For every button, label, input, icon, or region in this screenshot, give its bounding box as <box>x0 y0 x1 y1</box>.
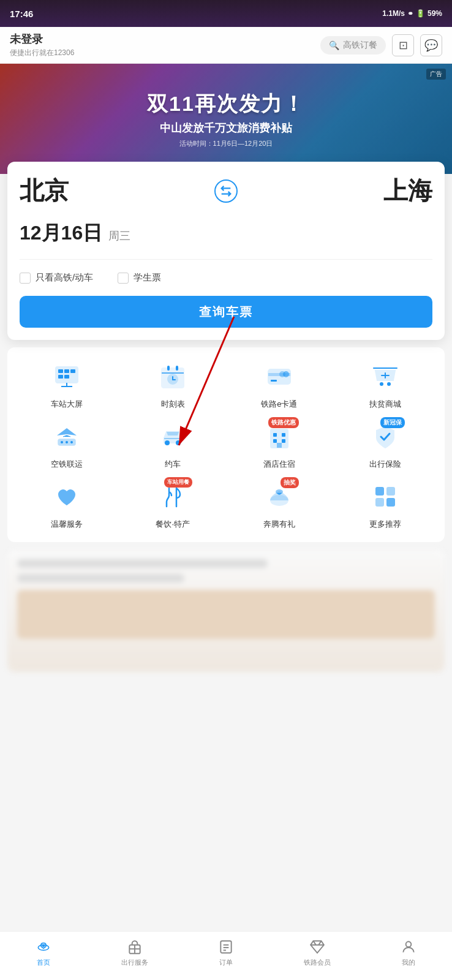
service-station-screen[interactable]: 车站大屏 <box>13 360 120 410</box>
search-bar[interactable]: 🔍 高铁订餐 <box>320 36 386 55</box>
hotel-icon: 铁路优惠 <box>262 420 296 454</box>
services-section: 车站大屏 时刻表 <box>7 347 445 542</box>
poverty-mall-label: 扶贫商城 <box>369 399 401 410</box>
home-icon <box>35 938 52 956</box>
prizes-badge: 抽奖 <box>281 477 299 488</box>
student-checkbox[interactable] <box>118 273 129 284</box>
suitcase-icon <box>126 938 143 956</box>
svg-point-25 <box>70 441 73 443</box>
service-hotel[interactable]: 铁路优惠 酒店住宿 <box>226 420 333 470</box>
car-hire-label: 约车 <box>165 459 181 470</box>
banner-content: 双11再次发力！ 中山发放千万文旅消费补贴 活动时间：11月6日—12月20日 <box>147 90 305 148</box>
svg-point-21 <box>387 382 391 386</box>
prizes-icon: 抽奖 <box>262 480 296 514</box>
svg-point-19 <box>279 371 285 377</box>
header: 未登录 便捷出行就在12306 🔍 高铁订餐 ⊡ 💬 <box>0 27 452 64</box>
scan-icon[interactable]: ⊡ <box>392 34 414 56</box>
svg-rect-7 <box>64 375 69 379</box>
svg-rect-31 <box>282 433 285 437</box>
login-status[interactable]: 未登录 <box>10 32 74 47</box>
insurance-icon: 新冠保 <box>368 420 402 454</box>
orders-icon <box>217 938 235 956</box>
status-time: 17:46 <box>10 9 33 19</box>
nav-profile[interactable]: 我的 <box>400 938 417 967</box>
service-car-hire[interactable]: 约车 <box>120 420 227 470</box>
air-rail-label: 空铁联运 <box>51 459 83 470</box>
swap-button[interactable] <box>213 178 239 205</box>
more-icon <box>368 480 402 514</box>
timetable-icon <box>156 360 190 394</box>
service-rail-card[interactable]: 铁路e卡通 <box>226 360 333 410</box>
hotel-label: 酒店住宿 <box>263 459 295 470</box>
banner[interactable]: 双11再次发力！ 中山发放千万文旅消费补贴 活动时间：11月6日—12月20日 … <box>0 64 452 174</box>
nav-orders[interactable]: 订单 <box>217 938 235 967</box>
date-row[interactable]: 12月16日 周三 <box>20 220 432 260</box>
to-city[interactable]: 上海 <box>383 174 432 208</box>
message-icon[interactable]: 💬 <box>420 34 442 56</box>
header-left: 未登录 便捷出行就在12306 <box>10 32 74 58</box>
service-insurance[interactable]: 新冠保 出行保险 <box>333 420 439 470</box>
highspeed-checkbox[interactable] <box>20 273 31 284</box>
station-screen-icon <box>50 360 84 394</box>
svg-point-23 <box>61 441 63 443</box>
route-row: 北京 上海 <box>20 174 432 208</box>
insurance-label: 出行保险 <box>369 459 401 470</box>
svg-point-27 <box>176 440 181 445</box>
highspeed-label: 只看高铁/动车 <box>36 272 93 284</box>
svg-rect-38 <box>386 487 395 496</box>
option-high-speed[interactable]: 只看高铁/动车 <box>20 272 93 284</box>
svg-point-26 <box>165 440 170 445</box>
service-more[interactable]: 更多推荐 <box>333 480 439 530</box>
nav-orders-label: 订单 <box>219 958 233 967</box>
nav-home[interactable]: 首页 <box>35 938 52 967</box>
student-label: 学生票 <box>134 272 161 284</box>
banner-subtitle: 中山发放千万文旅消费补贴 <box>147 121 305 135</box>
insurance-badge: 新冠保 <box>380 417 405 428</box>
nav-membership-label: 铁路会员 <box>304 958 331 967</box>
banner-date: 活动时间：11月6日—12月20日 <box>147 139 305 148</box>
station-screen-label: 车站大屏 <box>51 399 83 410</box>
svg-rect-39 <box>375 498 384 507</box>
car-hire-icon <box>156 420 190 454</box>
swap-icon <box>214 179 238 203</box>
booking-card: 北京 上海 12月16日 周三 只看高铁/动车 学生票 <box>7 162 445 340</box>
nav-travel-label: 出行服务 <box>121 958 148 967</box>
diamond-icon <box>309 938 326 956</box>
svg-rect-9 <box>167 366 170 371</box>
search-ticket-button[interactable]: 查询车票 <box>20 296 432 328</box>
banner-title: 双11再次发力！ <box>147 90 305 118</box>
svg-point-52 <box>406 941 412 947</box>
speed-indicator: 1.1M/s <box>382 9 405 18</box>
poverty-mall-icon <box>368 360 402 394</box>
options-row: 只看高铁/动车 学生票 <box>20 272 432 284</box>
option-student[interactable]: 学生票 <box>118 272 161 284</box>
rail-card-label: 铁路e卡通 <box>261 399 297 410</box>
nav-membership[interactable]: 铁路会员 <box>304 938 331 967</box>
dining-label: 餐饮·特产 <box>156 519 190 530</box>
nav-travel[interactable]: 出行服务 <box>121 938 148 967</box>
service-prizes[interactable]: 抽奖 奔腾有礼 <box>226 480 333 530</box>
svg-rect-40 <box>386 498 395 507</box>
svg-rect-32 <box>273 439 277 443</box>
hotel-badge: 铁路优惠 <box>268 417 299 428</box>
header-right: 🔍 高铁订餐 ⊡ 💬 <box>320 34 442 56</box>
svg-rect-48 <box>220 941 231 953</box>
travel-weekday: 周三 <box>108 228 130 243</box>
svg-rect-33 <box>282 439 285 443</box>
svg-rect-28 <box>164 438 181 439</box>
prizes-label: 奔腾有礼 <box>263 519 295 530</box>
service-timetable[interactable]: 时刻表 <box>120 360 227 410</box>
svg-rect-3 <box>58 369 63 373</box>
service-air-rail[interactable]: 空铁联运 <box>13 420 120 470</box>
battery-percent: 59% <box>428 9 442 18</box>
warm-service-label: 温馨服务 <box>51 519 83 530</box>
service-dining[interactable]: 车站用餐 餐饮·特产 <box>120 480 227 530</box>
travel-date: 12月16日 <box>20 220 102 247</box>
svg-rect-6 <box>58 375 63 379</box>
service-poverty-mall[interactable]: 扶贫商城 <box>333 360 439 410</box>
air-rail-icon <box>50 420 84 454</box>
svg-point-20 <box>380 382 383 386</box>
service-warm[interactable]: 温馨服务 <box>13 480 120 530</box>
from-city[interactable]: 北京 <box>20 174 69 208</box>
search-icon: 🔍 <box>329 40 339 50</box>
